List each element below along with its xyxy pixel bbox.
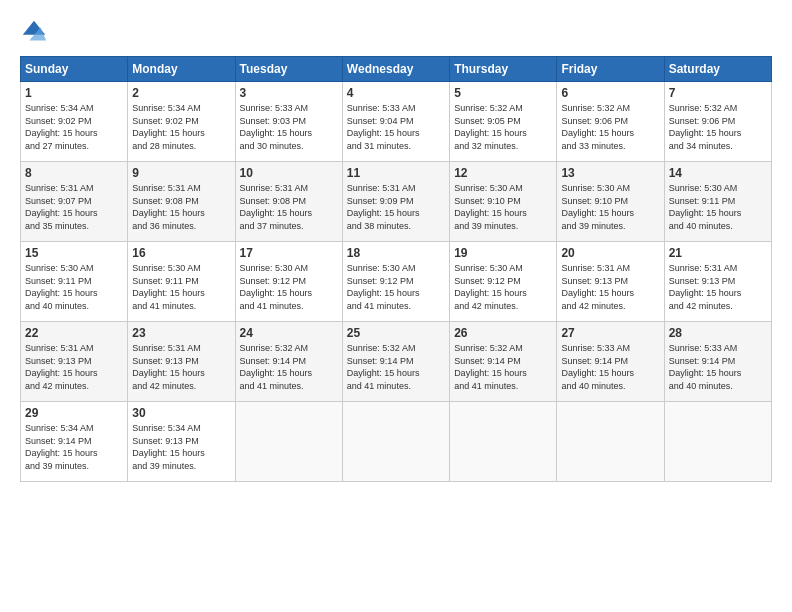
day-number: 28 bbox=[669, 326, 767, 340]
day-number: 23 bbox=[132, 326, 230, 340]
calendar-cell: 11Sunrise: 5:31 AM Sunset: 9:09 PM Dayli… bbox=[342, 162, 449, 242]
day-info: Sunrise: 5:33 AM Sunset: 9:03 PM Dayligh… bbox=[240, 102, 338, 152]
calendar-cell: 22Sunrise: 5:31 AM Sunset: 9:13 PM Dayli… bbox=[21, 322, 128, 402]
day-number: 17 bbox=[240, 246, 338, 260]
header-friday: Friday bbox=[557, 57, 664, 82]
week-row-3: 22Sunrise: 5:31 AM Sunset: 9:13 PM Dayli… bbox=[21, 322, 772, 402]
day-info: Sunrise: 5:32 AM Sunset: 9:06 PM Dayligh… bbox=[669, 102, 767, 152]
day-info: Sunrise: 5:33 AM Sunset: 9:04 PM Dayligh… bbox=[347, 102, 445, 152]
day-number: 12 bbox=[454, 166, 552, 180]
day-number: 11 bbox=[347, 166, 445, 180]
header-row: SundayMondayTuesdayWednesdayThursdayFrid… bbox=[21, 57, 772, 82]
calendar-cell: 29Sunrise: 5:34 AM Sunset: 9:14 PM Dayli… bbox=[21, 402, 128, 482]
day-info: Sunrise: 5:33 AM Sunset: 9:14 PM Dayligh… bbox=[669, 342, 767, 392]
day-info: Sunrise: 5:31 AM Sunset: 9:07 PM Dayligh… bbox=[25, 182, 123, 232]
day-number: 30 bbox=[132, 406, 230, 420]
calendar-cell: 8Sunrise: 5:31 AM Sunset: 9:07 PM Daylig… bbox=[21, 162, 128, 242]
day-number: 20 bbox=[561, 246, 659, 260]
day-number: 2 bbox=[132, 86, 230, 100]
day-info: Sunrise: 5:32 AM Sunset: 9:05 PM Dayligh… bbox=[454, 102, 552, 152]
calendar-cell: 21Sunrise: 5:31 AM Sunset: 9:13 PM Dayli… bbox=[664, 242, 771, 322]
day-number: 3 bbox=[240, 86, 338, 100]
day-number: 5 bbox=[454, 86, 552, 100]
logo bbox=[20, 18, 52, 46]
day-info: Sunrise: 5:30 AM Sunset: 9:11 PM Dayligh… bbox=[669, 182, 767, 232]
header-wednesday: Wednesday bbox=[342, 57, 449, 82]
day-number: 18 bbox=[347, 246, 445, 260]
day-info: Sunrise: 5:31 AM Sunset: 9:13 PM Dayligh… bbox=[25, 342, 123, 392]
day-number: 16 bbox=[132, 246, 230, 260]
page: SundayMondayTuesdayWednesdayThursdayFrid… bbox=[0, 0, 792, 612]
day-number: 13 bbox=[561, 166, 659, 180]
calendar-cell: 18Sunrise: 5:30 AM Sunset: 9:12 PM Dayli… bbox=[342, 242, 449, 322]
day-info: Sunrise: 5:31 AM Sunset: 9:13 PM Dayligh… bbox=[669, 262, 767, 312]
calendar-cell bbox=[235, 402, 342, 482]
week-row-2: 15Sunrise: 5:30 AM Sunset: 9:11 PM Dayli… bbox=[21, 242, 772, 322]
day-info: Sunrise: 5:32 AM Sunset: 9:06 PM Dayligh… bbox=[561, 102, 659, 152]
day-info: Sunrise: 5:32 AM Sunset: 9:14 PM Dayligh… bbox=[347, 342, 445, 392]
day-info: Sunrise: 5:30 AM Sunset: 9:10 PM Dayligh… bbox=[561, 182, 659, 232]
calendar-cell bbox=[557, 402, 664, 482]
day-info: Sunrise: 5:32 AM Sunset: 9:14 PM Dayligh… bbox=[454, 342, 552, 392]
day-info: Sunrise: 5:31 AM Sunset: 9:13 PM Dayligh… bbox=[132, 342, 230, 392]
day-number: 22 bbox=[25, 326, 123, 340]
calendar-cell: 17Sunrise: 5:30 AM Sunset: 9:12 PM Dayli… bbox=[235, 242, 342, 322]
day-info: Sunrise: 5:31 AM Sunset: 9:08 PM Dayligh… bbox=[132, 182, 230, 232]
logo-icon bbox=[20, 18, 48, 46]
calendar-cell: 7Sunrise: 5:32 AM Sunset: 9:06 PM Daylig… bbox=[664, 82, 771, 162]
calendar-cell: 5Sunrise: 5:32 AM Sunset: 9:05 PM Daylig… bbox=[450, 82, 557, 162]
calendar-cell: 26Sunrise: 5:32 AM Sunset: 9:14 PM Dayli… bbox=[450, 322, 557, 402]
day-number: 24 bbox=[240, 326, 338, 340]
day-info: Sunrise: 5:30 AM Sunset: 9:12 PM Dayligh… bbox=[347, 262, 445, 312]
day-info: Sunrise: 5:30 AM Sunset: 9:10 PM Dayligh… bbox=[454, 182, 552, 232]
day-info: Sunrise: 5:31 AM Sunset: 9:13 PM Dayligh… bbox=[561, 262, 659, 312]
calendar-cell: 2Sunrise: 5:34 AM Sunset: 9:02 PM Daylig… bbox=[128, 82, 235, 162]
day-info: Sunrise: 5:30 AM Sunset: 9:11 PM Dayligh… bbox=[132, 262, 230, 312]
calendar-cell: 27Sunrise: 5:33 AM Sunset: 9:14 PM Dayli… bbox=[557, 322, 664, 402]
day-number: 29 bbox=[25, 406, 123, 420]
calendar-cell: 24Sunrise: 5:32 AM Sunset: 9:14 PM Dayli… bbox=[235, 322, 342, 402]
calendar-cell: 12Sunrise: 5:30 AM Sunset: 9:10 PM Dayli… bbox=[450, 162, 557, 242]
day-info: Sunrise: 5:34 AM Sunset: 9:13 PM Dayligh… bbox=[132, 422, 230, 472]
day-number: 9 bbox=[132, 166, 230, 180]
day-number: 1 bbox=[25, 86, 123, 100]
calendar-cell: 15Sunrise: 5:30 AM Sunset: 9:11 PM Dayli… bbox=[21, 242, 128, 322]
day-number: 14 bbox=[669, 166, 767, 180]
day-number: 27 bbox=[561, 326, 659, 340]
calendar-cell bbox=[450, 402, 557, 482]
calendar-cell bbox=[342, 402, 449, 482]
calendar-cell: 6Sunrise: 5:32 AM Sunset: 9:06 PM Daylig… bbox=[557, 82, 664, 162]
day-number: 19 bbox=[454, 246, 552, 260]
calendar-cell: 1Sunrise: 5:34 AM Sunset: 9:02 PM Daylig… bbox=[21, 82, 128, 162]
day-number: 8 bbox=[25, 166, 123, 180]
day-info: Sunrise: 5:34 AM Sunset: 9:14 PM Dayligh… bbox=[25, 422, 123, 472]
calendar-cell: 13Sunrise: 5:30 AM Sunset: 9:10 PM Dayli… bbox=[557, 162, 664, 242]
day-info: Sunrise: 5:33 AM Sunset: 9:14 PM Dayligh… bbox=[561, 342, 659, 392]
header-saturday: Saturday bbox=[664, 57, 771, 82]
calendar-cell: 25Sunrise: 5:32 AM Sunset: 9:14 PM Dayli… bbox=[342, 322, 449, 402]
header bbox=[20, 18, 772, 46]
calendar-cell: 16Sunrise: 5:30 AM Sunset: 9:11 PM Dayli… bbox=[128, 242, 235, 322]
header-monday: Monday bbox=[128, 57, 235, 82]
day-number: 4 bbox=[347, 86, 445, 100]
day-number: 26 bbox=[454, 326, 552, 340]
calendar-cell: 14Sunrise: 5:30 AM Sunset: 9:11 PM Dayli… bbox=[664, 162, 771, 242]
day-number: 10 bbox=[240, 166, 338, 180]
calendar-cell: 28Sunrise: 5:33 AM Sunset: 9:14 PM Dayli… bbox=[664, 322, 771, 402]
day-info: Sunrise: 5:31 AM Sunset: 9:08 PM Dayligh… bbox=[240, 182, 338, 232]
calendar-cell: 10Sunrise: 5:31 AM Sunset: 9:08 PM Dayli… bbox=[235, 162, 342, 242]
day-number: 21 bbox=[669, 246, 767, 260]
calendar-cell: 20Sunrise: 5:31 AM Sunset: 9:13 PM Dayli… bbox=[557, 242, 664, 322]
day-info: Sunrise: 5:32 AM Sunset: 9:14 PM Dayligh… bbox=[240, 342, 338, 392]
day-number: 25 bbox=[347, 326, 445, 340]
day-number: 7 bbox=[669, 86, 767, 100]
day-info: Sunrise: 5:30 AM Sunset: 9:12 PM Dayligh… bbox=[454, 262, 552, 312]
day-info: Sunrise: 5:34 AM Sunset: 9:02 PM Dayligh… bbox=[25, 102, 123, 152]
day-info: Sunrise: 5:30 AM Sunset: 9:12 PM Dayligh… bbox=[240, 262, 338, 312]
day-info: Sunrise: 5:31 AM Sunset: 9:09 PM Dayligh… bbox=[347, 182, 445, 232]
calendar-cell bbox=[664, 402, 771, 482]
week-row-0: 1Sunrise: 5:34 AM Sunset: 9:02 PM Daylig… bbox=[21, 82, 772, 162]
header-thursday: Thursday bbox=[450, 57, 557, 82]
day-info: Sunrise: 5:30 AM Sunset: 9:11 PM Dayligh… bbox=[25, 262, 123, 312]
calendar-cell: 9Sunrise: 5:31 AM Sunset: 9:08 PM Daylig… bbox=[128, 162, 235, 242]
